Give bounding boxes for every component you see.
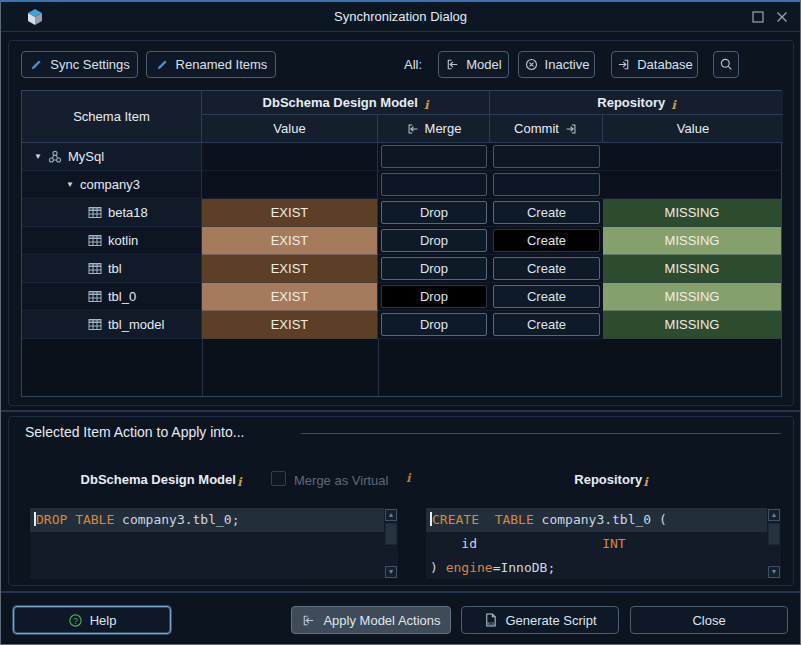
titlebar: Synchronization Dialog bbox=[1, 2, 800, 32]
commit-cell bbox=[490, 171, 603, 199]
commit-action-button[interactable] bbox=[493, 173, 600, 196]
table-icon bbox=[88, 234, 102, 247]
window-title: Synchronization Dialog bbox=[1, 2, 800, 32]
column-header-model-value: Value bbox=[202, 115, 378, 143]
sync-settings-button[interactable]: Sync Settings bbox=[21, 51, 138, 78]
maximize-icon bbox=[752, 11, 764, 23]
all-inactive-label: Inactive bbox=[545, 57, 590, 72]
commit-action-button[interactable]: Create bbox=[493, 285, 600, 308]
sql-line: ) engine=InnoDB; bbox=[426, 556, 767, 580]
table-row[interactable]: ▼ company3 bbox=[22, 171, 781, 199]
scroll-down-icon[interactable]: ▼ bbox=[768, 566, 780, 578]
merge-as-virtual-label: Merge as Virtual bbox=[294, 473, 388, 488]
repo-value-cell: MISSING bbox=[603, 311, 781, 339]
scroll-down-icon[interactable]: ▼ bbox=[385, 566, 397, 578]
generate-script-label: Generate Script bbox=[505, 613, 596, 628]
apply-model-actions-button[interactable]: Apply Model Actions bbox=[291, 606, 451, 634]
merge-action-button[interactable]: Drop bbox=[381, 285, 487, 308]
schema-cluster-icon bbox=[48, 150, 62, 164]
commit-arrow-icon bbox=[564, 122, 578, 136]
all-inactive-button[interactable]: Inactive bbox=[518, 51, 595, 78]
maximize-button[interactable] bbox=[748, 8, 768, 26]
table-row[interactable]: ▼ tbl EXIST Drop Create MISSING bbox=[22, 255, 781, 283]
close-dialog-button[interactable]: Close bbox=[630, 606, 788, 634]
table-row[interactable]: ▼ MySql bbox=[22, 143, 781, 171]
row-label: tbl_0 bbox=[108, 289, 136, 304]
repo-value-cell: MISSING bbox=[603, 199, 781, 227]
expand-arrow-icon[interactable]: ▼ bbox=[34, 152, 42, 161]
dbschema-app-icon bbox=[24, 5, 46, 29]
scroll-up-icon[interactable]: ▲ bbox=[768, 509, 780, 521]
column-header-merge: Merge bbox=[378, 115, 490, 143]
scrollbar-thumb[interactable] bbox=[385, 523, 397, 545]
merge-action-button[interactable]: Drop bbox=[381, 257, 487, 280]
renamed-items-label: Renamed Items bbox=[176, 57, 268, 72]
schema-item-cell: ▼ tbl_0 bbox=[22, 283, 202, 311]
merge-action-button[interactable] bbox=[381, 173, 487, 196]
generate-script-button[interactable]: SQL Generate Script bbox=[461, 606, 619, 634]
repo-value-cell bbox=[603, 143, 781, 171]
merge-as-virtual-checkbox[interactable] bbox=[271, 471, 286, 486]
row-label: MySql bbox=[68, 149, 104, 164]
commit-cell: Create bbox=[490, 227, 603, 255]
all-database-button[interactable]: Database bbox=[611, 51, 698, 78]
model-sql-header: DbSchema Design Modeli bbox=[41, 472, 281, 487]
model-value-cell: EXIST bbox=[202, 255, 378, 283]
table-row[interactable]: ▼ tbl_model EXIST Drop Create MISSING bbox=[22, 311, 781, 339]
search-button[interactable] bbox=[713, 51, 739, 78]
row-label: beta18 bbox=[108, 205, 148, 220]
close-button[interactable] bbox=[772, 8, 792, 26]
commit-action-button[interactable]: Create bbox=[493, 201, 600, 224]
commit-action-button[interactable]: Create bbox=[493, 313, 600, 336]
schema-item-cell: ▼ kotlin bbox=[22, 227, 202, 255]
help-label: Help bbox=[90, 613, 117, 628]
schema-item-cell: ▼ beta18 bbox=[22, 199, 202, 227]
model-value-cell: EXIST bbox=[202, 227, 378, 255]
scroll-up-icon[interactable]: ▲ bbox=[385, 509, 397, 521]
schema-item-cell: ▼ tbl bbox=[22, 255, 202, 283]
table-row[interactable]: ▼ tbl_0 EXIST Drop Create MISSING bbox=[22, 283, 781, 311]
merge-arrow-icon bbox=[406, 122, 420, 136]
repo-value-cell: MISSING bbox=[603, 283, 781, 311]
row-label: kotlin bbox=[108, 233, 138, 248]
expand-arrow-icon[interactable]: ▼ bbox=[66, 180, 74, 189]
model-value-cell bbox=[202, 143, 378, 171]
schema-item-cell: ▼ company3 bbox=[22, 171, 202, 199]
merge-action-button[interactable] bbox=[381, 145, 487, 168]
scrollbar-thumb[interactable] bbox=[768, 523, 780, 545]
table-icon bbox=[88, 318, 102, 331]
merge-cell: Drop bbox=[378, 227, 490, 255]
merge-cell: Drop bbox=[378, 255, 490, 283]
commit-action-button[interactable]: Create bbox=[493, 229, 600, 252]
all-model-button[interactable]: Model bbox=[438, 51, 509, 78]
title-rule bbox=[301, 433, 781, 434]
merge-action-button[interactable]: Drop bbox=[381, 229, 487, 252]
commit-action-button[interactable]: Create bbox=[493, 257, 600, 280]
table-icon bbox=[88, 206, 102, 219]
renamed-items-button[interactable]: Renamed Items bbox=[146, 51, 276, 78]
model-sql-editor[interactable]: DROP TABLE company3.tbl_0; ▲ ▼ bbox=[29, 507, 399, 580]
repository-sql-header: Repositoryi bbox=[471, 472, 751, 487]
sql-line: CREATE TABLE company3.tbl_0 ( bbox=[426, 508, 767, 532]
help-button[interactable]: ? Help bbox=[13, 606, 171, 634]
model-value-cell bbox=[202, 171, 378, 199]
commit-cell: Create bbox=[490, 283, 603, 311]
row-label: company3 bbox=[80, 177, 140, 192]
table-icon bbox=[88, 290, 102, 303]
merge-action-button[interactable]: Drop bbox=[381, 201, 487, 224]
model-value-cell: EXIST bbox=[202, 199, 378, 227]
svg-text:SQL: SQL bbox=[488, 621, 497, 626]
sql-script-icon: SQL bbox=[483, 612, 498, 628]
table-row[interactable]: ▼ beta18 EXIST Drop Create MISSING bbox=[22, 199, 781, 227]
column-header-commit: Commit bbox=[490, 115, 603, 143]
all-label: All: bbox=[404, 57, 422, 72]
commit-action-button[interactable] bbox=[493, 145, 600, 168]
table-row[interactable]: ▼ kotlin EXIST Drop Create MISSING bbox=[22, 227, 781, 255]
synchronization-dialog-window: Synchronization Dialog Sync Settings Ren… bbox=[0, 0, 801, 645]
repo-value-cell: MISSING bbox=[603, 227, 781, 255]
repository-sql-editor[interactable]: CREATE TABLE company3.tbl_0 ( id INT) en… bbox=[425, 507, 782, 580]
selected-item-action-title: Selected Item Action to Apply into... bbox=[25, 424, 244, 440]
table-rows: ▼ MySql ▼ company3 ▼ beta18 EXIST Drop C… bbox=[22, 143, 781, 339]
merge-action-button[interactable]: Drop bbox=[381, 313, 487, 336]
column-header-repo-value: Value bbox=[603, 115, 783, 143]
